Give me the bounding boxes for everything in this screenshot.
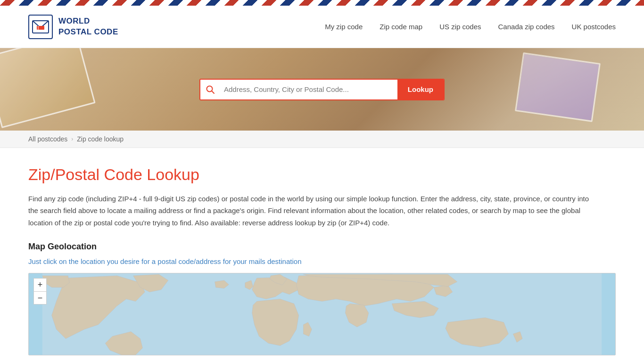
search-icon [200, 85, 220, 94]
page-title: Zip/Postal Code Lookup [28, 165, 616, 184]
top-stripe [0, 0, 644, 6]
header: WORLD POSTAL CODE My zip code Zip code m… [0, 6, 644, 48]
map-container[interactable]: + − [28, 273, 616, 355]
breadcrumb-separator: › [71, 136, 73, 142]
breadcrumb-zip-code-lookup[interactable]: Zip code lookup [77, 135, 124, 143]
envelope-icon [32, 20, 49, 33]
description-text: Find any zip code (including ZIP+4 - ful… [28, 193, 594, 229]
logo-link[interactable]: WORLD POSTAL CODE [28, 15, 118, 39]
logo-text: WORLD POSTAL CODE [58, 16, 118, 37]
map-controls: + − [33, 278, 47, 304]
main-content: Zip/Postal Code Lookup Find any zip code… [0, 148, 644, 362]
map-hint-text: Just click on the location you desire fo… [28, 257, 616, 265]
map-section-title: Map Geolocation [28, 242, 616, 252]
map-svg [29, 273, 615, 355]
logo-icon [28, 15, 53, 39]
hero-search-area: Lookup [0, 48, 644, 131]
svg-line-4 [212, 91, 214, 93]
nav-zip-code-map[interactable]: Zip code map [380, 23, 422, 31]
nav-us-zip-codes[interactable]: US zip codes [439, 23, 481, 31]
nav-my-zip-code[interactable]: My zip code [325, 23, 363, 31]
map-zoom-in-button[interactable]: + [33, 278, 47, 291]
nav-uk-postcodes[interactable]: UK postcodes [572, 23, 616, 31]
main-nav: My zip code Zip code map US zip codes Ca… [325, 23, 616, 31]
search-input[interactable] [220, 85, 397, 93]
breadcrumb-all-postcodes[interactable]: All postcodes [28, 135, 67, 143]
map-zoom-out-button[interactable]: − [33, 291, 47, 304]
svg-rect-1 [37, 26, 44, 30]
search-box: Lookup [199, 79, 445, 100]
breadcrumb: All postcodes › Zip code lookup [0, 131, 644, 148]
nav-canada-zip-codes[interactable]: Canada zip codes [498, 23, 555, 31]
lookup-button[interactable]: Lookup [397, 79, 444, 100]
hero-banner: Lookup [0, 48, 644, 131]
